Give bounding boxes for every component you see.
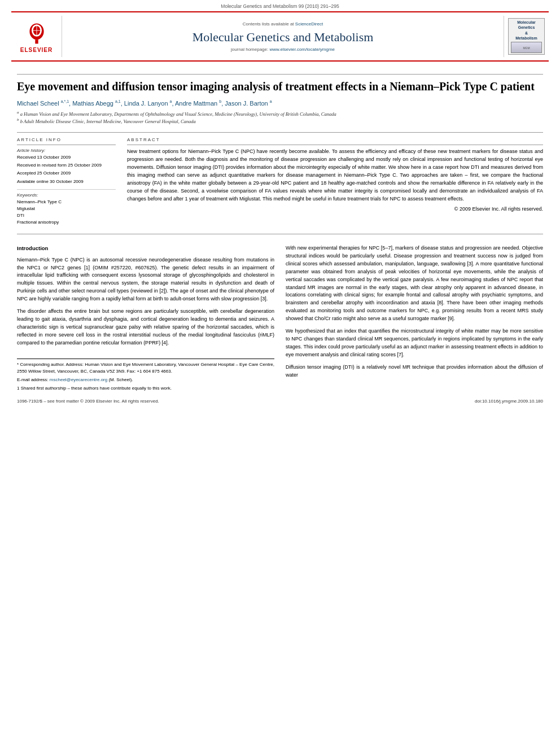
body-left-col: Introduction Niemann–Pick Type C (NPC) i…	[17, 244, 274, 392]
history-label: Article history:	[17, 148, 116, 153]
body-content: Introduction Niemann–Pick Type C (NPC) i…	[0, 244, 560, 392]
journal-header: ELSEVIER Contents lists available at Sci…	[11, 11, 549, 62]
revised-date: Received in revised form 25 October 2009	[17, 162, 116, 168]
right-para-3: Diffusion tensor imaging (DTI) is a rela…	[286, 364, 543, 379]
svg-rect-0	[35, 40, 38, 43]
keywords-section: Keywords: Niemann–Pick Type C Miglustat …	[17, 189, 116, 226]
abstract-label: Abstract	[127, 137, 543, 142]
article-info-label: Article Info	[17, 137, 116, 142]
body-right-col: With new experimental therapies for NPC …	[286, 244, 543, 392]
intro-heading: Introduction	[17, 244, 274, 253]
journal-ref: Molecular Genetics and Metabolism 99 (20…	[221, 3, 339, 9]
article-info-box: Article history: Received 13 October 200…	[17, 145, 116, 226]
sciencedirect-link[interactable]: ScienceDirect	[295, 21, 323, 27]
footer-bottom: 1096-7192/$ – see front matter © 2009 El…	[0, 395, 560, 407]
keywords-label: Keywords:	[17, 193, 116, 198]
article-content: Eye movement and diffusion tensor imagin…	[0, 62, 560, 244]
info-abstract-area: Article Info Article history: Received 1…	[17, 137, 543, 226]
mgm-logo: MolecularGenetics&Metabolism MGM	[508, 18, 545, 55]
issn-text: 1096-7192/$ – see front matter © 2009 El…	[17, 399, 159, 404]
sciencedirect-line: Contents lists available at ScienceDirec…	[243, 21, 323, 27]
accepted-date: Accepted 25 October 2009	[17, 170, 116, 176]
page-wrapper: Molecular Genetics and Metabolism 99 (20…	[0, 0, 560, 747]
right-para-1: With new experimental therapies for NPC …	[286, 244, 543, 323]
right-para-2: We hypothesized that an index that quant…	[286, 327, 543, 359]
doi-text: doi:10.1016/j.ymgme.2009.10.180	[475, 399, 543, 404]
authors-line: Michael Scheel a,*,1, Mathias Abegg a,1,…	[17, 99, 543, 107]
keyword-2: Miglustat	[17, 206, 116, 212]
email-note: E-mail address: mscheel@eyecarecentre.or…	[17, 377, 274, 383]
keyword-4: Fractional anisotropy	[17, 219, 116, 226]
abstract-text: New treatment options for Niemann–Pick T…	[127, 145, 543, 213]
article-title: Eye movement and diffusion tensor imagin…	[17, 79, 543, 94]
journal-header-center: Contents lists available at ScienceDirec…	[62, 16, 504, 57]
elsevier-logo: ELSEVIER	[20, 20, 53, 53]
journal-title: Molecular Genetics and Metabolism	[193, 30, 374, 45]
elsevier-tree-icon	[23, 20, 51, 46]
elsevier-logo-area: ELSEVIER	[11, 16, 62, 57]
abstract-copyright: © 2009 Elsevier Inc. All rights reserved…	[127, 206, 543, 213]
intro-para-1: Niemann–Pick Type C (NPC) is an autosoma…	[17, 256, 274, 304]
divider-1	[17, 74, 543, 75]
intro-para-2: The disorder affects the entire brain bu…	[17, 308, 274, 347]
article-info-col: Article Info Article history: Received 1…	[17, 137, 116, 226]
journal-meta: Molecular Genetics and Metabolism 99 (20…	[0, 0, 560, 11]
footnote-1: 1 Shared first authorship – these author…	[17, 385, 274, 392]
received-date: Received 13 October 2009	[17, 154, 116, 160]
journal-homepage: journal homepage: www.elsevier.com/locat…	[231, 47, 335, 52]
keyword-1: Niemann–Pick Type C	[17, 199, 116, 206]
affiliations: a a Human Vision and Eye Movement Labora…	[17, 110, 543, 125]
footnote-area: * Corresponding author. Address: Human V…	[17, 359, 274, 392]
corresponding-author-note: * Corresponding author. Address: Human V…	[17, 361, 274, 375]
divider-3	[17, 234, 543, 234]
elsevier-brand-text: ELSEVIER	[20, 47, 53, 53]
mgm-logo-area: MolecularGenetics&Metabolism MGM	[504, 16, 549, 57]
online-date: Available online 30 October 2009	[17, 178, 116, 185]
email-link[interactable]: mscheel@eyecarecentre.org	[50, 377, 107, 382]
abstract-col: Abstract New treatment options for Niema…	[127, 137, 543, 226]
homepage-url[interactable]: www.elsevier.com/locate/ymgme	[269, 47, 335, 52]
divider-2	[17, 132, 543, 133]
keyword-3: DTI	[17, 212, 116, 219]
